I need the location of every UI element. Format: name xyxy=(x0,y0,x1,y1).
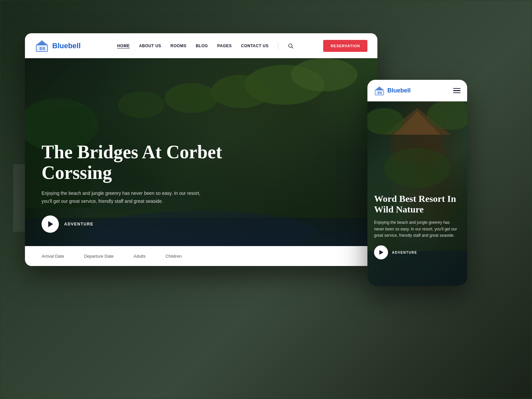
search-icon[interactable] xyxy=(288,43,294,49)
nav-contact[interactable]: CONTACT US xyxy=(241,44,269,48)
hamburger-menu[interactable] xyxy=(453,88,461,93)
mobile-logo-plain: luebell xyxy=(392,87,411,94)
svg-point-4 xyxy=(41,43,43,45)
adults-field[interactable]: Adults xyxy=(134,254,146,259)
svg-rect-19 xyxy=(380,91,382,94)
desktop-play-area: ADVENTURE xyxy=(42,215,241,233)
logo-plain-text: luebell xyxy=(58,42,81,50)
mobile-play-area: ADVENTURE xyxy=(374,245,461,259)
desktop-nav-links: HOME ABOUT US ROOMS BLOG PAGES CONTACT U… xyxy=(97,43,314,49)
svg-point-5 xyxy=(289,44,292,48)
desktop-hero-title: The Bridges At Corbet Corssing xyxy=(42,142,241,183)
desktop-adventure-label: ADVENTURE xyxy=(64,222,93,226)
desktop-booking-bar: Arrival Date Departure Date Adults Child… xyxy=(25,246,377,266)
nav-blog[interactable]: BLOG xyxy=(196,44,208,48)
nav-about[interactable]: ABOUT US xyxy=(139,44,161,48)
mobile-hero-description: Enjoying the beach and jungle greenry ha… xyxy=(374,219,461,239)
desktop-hero: The Bridges At Corbet Corssing Enjoying … xyxy=(25,58,377,266)
desktop-mockup: Bluebell HOME ABOUT US ROOMS BLOG PAGES … xyxy=(25,33,377,266)
nav-divider xyxy=(278,43,278,49)
svg-rect-3 xyxy=(43,47,45,50)
svg-point-20 xyxy=(379,88,380,90)
mobile-hero-content: Word Best Resort In Wild Nature Enjoying… xyxy=(374,194,461,259)
nav-pages[interactable]: PAGES xyxy=(217,44,232,48)
desktop-hero-content: The Bridges At Corbet Corssing Enjoying … xyxy=(42,142,241,233)
mobile-mockup: Bluebell Word Best Resort I xyxy=(367,80,467,286)
mobile-logo-text: Bluebell xyxy=(387,87,411,94)
reservation-button[interactable]: RESERVATION xyxy=(323,40,367,52)
mobile-play-triangle-icon xyxy=(379,250,383,255)
tree-right-decoration xyxy=(278,58,377,175)
desktop-navbar: Bluebell HOME ABOUT US ROOMS BLOG PAGES … xyxy=(25,33,377,58)
hamburger-line-3 xyxy=(453,92,461,93)
departure-date-field[interactable]: Departure Date xyxy=(84,254,114,259)
children-field[interactable]: Children xyxy=(166,254,182,259)
play-triangle-icon xyxy=(48,221,53,227)
arrival-date-field[interactable]: Arrival Date xyxy=(42,254,64,259)
mobile-play-button[interactable] xyxy=(374,245,388,259)
svg-line-6 xyxy=(292,47,293,48)
mobile-hero: Word Best Resort In Wild Nature Enjoying… xyxy=(367,101,467,286)
logo-icon xyxy=(35,39,49,53)
mobile-logo-icon xyxy=(374,85,385,96)
desktop-hero-description: Enjoying the beach and jungle greenry ha… xyxy=(42,190,201,205)
desktop-play-button[interactable] xyxy=(42,215,59,233)
mobile-adventure-label: ADVENTURE xyxy=(392,251,417,254)
svg-rect-2 xyxy=(40,47,42,50)
mobile-hero-title: Word Best Resort In Wild Nature xyxy=(374,194,461,215)
logo-text: Bluebell xyxy=(52,42,81,50)
svg-rect-18 xyxy=(378,91,379,94)
hamburger-line-2 xyxy=(453,90,461,91)
hamburger-line-1 xyxy=(453,88,461,89)
logo-blue-letter: B xyxy=(52,42,58,50)
nav-rooms[interactable]: ROOMS xyxy=(171,44,187,48)
desktop-logo[interactable]: Bluebell xyxy=(35,39,81,53)
nav-home[interactable]: HOME xyxy=(117,44,130,48)
mobile-navbar: Bluebell xyxy=(367,80,467,101)
mobile-logo-blue: B xyxy=(387,87,392,94)
mobile-logo[interactable]: Bluebell xyxy=(374,85,411,96)
